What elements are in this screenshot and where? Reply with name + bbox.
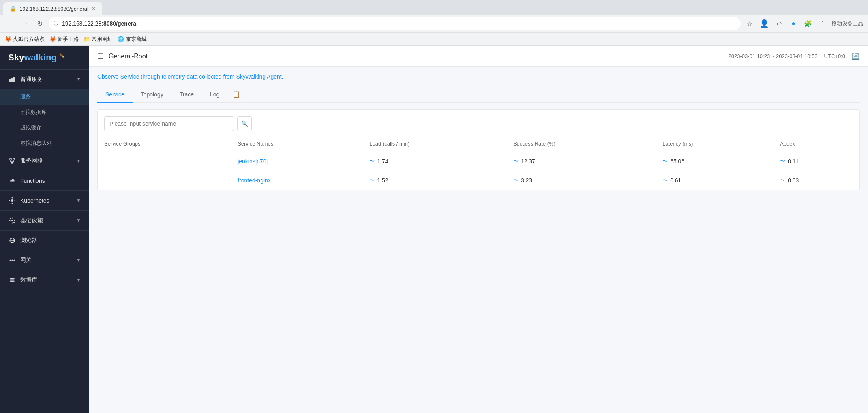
success-rate-value-1: 12.37	[521, 158, 535, 165]
cloud-icon	[8, 177, 16, 185]
svg-point-13	[9, 200, 10, 201]
svg-point-15	[11, 220, 13, 221]
col-latency: Latency (ms)	[656, 136, 774, 152]
svg-point-26	[12, 260, 13, 261]
svg-point-12	[12, 203, 13, 204]
svg-point-18	[9, 220, 11, 221]
sidebar-section-gateway: 网关 ▼	[0, 250, 89, 270]
trend-icon-sr-2: 〜	[513, 177, 519, 184]
svg-point-27	[14, 260, 15, 261]
tab-document-icon[interactable]: 📋	[227, 86, 245, 103]
sidebar-item-virtual-cache[interactable]: 虚拟缓存	[0, 120, 89, 135]
trend-icon-load-1: 〜	[369, 158, 375, 165]
skywalking-logo: Skywalking 🪶	[8, 52, 64, 63]
sidebar-section-header-infra[interactable]: 基础设施 ▼	[0, 211, 89, 230]
sidebar-section-header-functions[interactable]: Functions	[0, 171, 89, 190]
history-button[interactable]: ↩	[773, 18, 784, 29]
chevron-database: ▼	[76, 277, 81, 283]
table-header: Service Groups Service Names Load (calls…	[98, 136, 859, 152]
account-icon[interactable]: 👤	[759, 18, 770, 29]
svg-point-11	[12, 197, 13, 199]
bookmark-button[interactable]: ☆	[744, 18, 755, 29]
trend-icon-lat-2: 〜	[662, 177, 668, 184]
trend-icon-load-2: 〜	[369, 177, 375, 184]
sidebar-section-header-browser[interactable]: 浏览器	[0, 231, 89, 250]
sidebar-logo: Skywalking 🪶	[0, 46, 89, 70]
extensions-button[interactable]: 🧩	[802, 18, 814, 29]
top-header: ☰ General-Root 2023-03-01 10:23 ~ 2023-0…	[89, 46, 868, 67]
mobile-label: 移动设备上品	[832, 20, 863, 27]
sidebar-section-header-gateway[interactable]: 网关 ▼	[0, 250, 89, 270]
firefox-icon: 🦊	[5, 36, 11, 42]
tab-trace[interactable]: Trace	[171, 87, 202, 103]
success-rate-value-2: 3.23	[521, 177, 532, 184]
database-icon	[8, 276, 16, 284]
svg-rect-0	[9, 79, 11, 82]
table-body: jenkins|n70| 〜 1.74 〜	[98, 152, 859, 190]
chevron-k8s: ▼	[76, 198, 81, 203]
load-value-1: 1.74	[377, 158, 388, 165]
forward-button[interactable]: →	[19, 18, 31, 29]
tab-favicon: 🔒	[10, 6, 16, 12]
latency-value-2: 0.61	[670, 177, 681, 184]
svg-point-19	[14, 220, 15, 221]
svg-point-14	[15, 200, 16, 201]
app-container: Skywalking 🪶 普通服务 ▲ 服务	[0, 46, 868, 413]
load-value-2: 1.52	[377, 177, 388, 184]
cell-load-1: 〜 1.74	[363, 152, 507, 171]
sidebar-section-header-normal-service[interactable]: 普通服务 ▲	[0, 70, 89, 89]
gateway-icon	[8, 256, 16, 264]
hamburger-menu-icon[interactable]: ☰	[97, 52, 104, 61]
mesh-label: 服务网格	[20, 157, 43, 165]
svg-point-17	[12, 223, 13, 224]
search-input[interactable]	[104, 116, 234, 131]
service-link-1[interactable]: jenkins|n70|	[238, 158, 268, 165]
chevron-mesh: ▼	[76, 158, 81, 164]
cell-success-rate-2: 〜 3.23	[507, 171, 656, 190]
bookmark-firefox[interactable]: 🦊 火狐官方站点	[5, 36, 45, 43]
svg-point-16	[12, 218, 13, 219]
active-tab[interactable]: 🔒 192.168.122.28:8080/general ✕	[3, 2, 102, 15]
bookmark-jd[interactable]: 🌐 京东商城	[118, 36, 147, 43]
sidebar-section-normal-service: 普通服务 ▲ 服务 虚拟数据库 虚拟缓存 虚拟消息队列	[0, 70, 89, 151]
address-text: 192.168.122.28:8080/general	[62, 20, 138, 27]
gateway-label: 网关	[20, 257, 32, 264]
reload-button[interactable]: ↻	[34, 18, 45, 29]
service-table: Service Groups Service Names Load (calls…	[98, 136, 859, 190]
sidebar-section-header-database[interactable]: 数据库 ▼	[0, 270, 89, 290]
menu-button[interactable]: ⋮	[817, 18, 828, 29]
search-button[interactable]: 🔍	[237, 116, 252, 131]
sidebar-section-header-mesh[interactable]: 服务网格 ▼	[0, 151, 89, 171]
k8s-label: Kubernetes	[20, 197, 49, 204]
sidebar-section-header-k8s[interactable]: Kubernetes ▼	[0, 191, 89, 210]
tab-close-icon[interactable]: ✕	[92, 6, 96, 11]
sidebar-section-infra: 基础设施 ▼	[0, 211, 89, 231]
tab-topology[interactable]: Topology	[133, 87, 171, 103]
header-right: 2023-03-01 10:23 ~ 2023-03-01 10:53 UTC+…	[729, 52, 860, 60]
col-service-names: Service Names	[231, 136, 363, 152]
apdex-value-1: 0.11	[788, 158, 799, 165]
sidebar-item-virtual-db[interactable]: 虚拟数据库	[0, 105, 89, 120]
tab-log[interactable]: Log	[202, 87, 227, 103]
jd-icon: 🌐	[118, 36, 124, 42]
service-link-2[interactable]: fronted-nginx	[238, 177, 271, 184]
search-icon: 🔍	[241, 120, 248, 127]
table-row: fronted-nginx 〜 1.52 〜	[98, 171, 859, 190]
table-row: jenkins|n70| 〜 1.74 〜	[98, 152, 859, 171]
bookmark-newuser[interactable]: 🦊 新手上路	[49, 36, 79, 43]
page-title: General-Root	[109, 53, 148, 60]
bookmark-common[interactable]: 📁 常用网址	[84, 36, 113, 43]
security-icon: 🛡	[54, 21, 59, 27]
chevron-infra: ▼	[76, 218, 81, 223]
refresh-icon[interactable]: 🔄	[852, 52, 860, 60]
sidebar-item-service[interactable]: 服务	[0, 89, 89, 105]
back-button[interactable]: ←	[5, 18, 16, 29]
tab-service[interactable]: Service	[97, 87, 133, 103]
svg-point-10	[11, 199, 13, 202]
address-bar[interactable]: 🛡 192.168.122.28:8080/general	[49, 17, 741, 30]
table-container: 🔍 Service Groups Service Names	[97, 109, 860, 190]
svg-rect-30	[10, 278, 15, 279]
sidebar: Skywalking 🪶 普通服务 ▲ 服务	[0, 46, 89, 413]
cell-apdex-2: 〜 0.03	[774, 171, 859, 190]
sidebar-item-virtual-mq[interactable]: 虚拟消息队列	[0, 135, 89, 151]
